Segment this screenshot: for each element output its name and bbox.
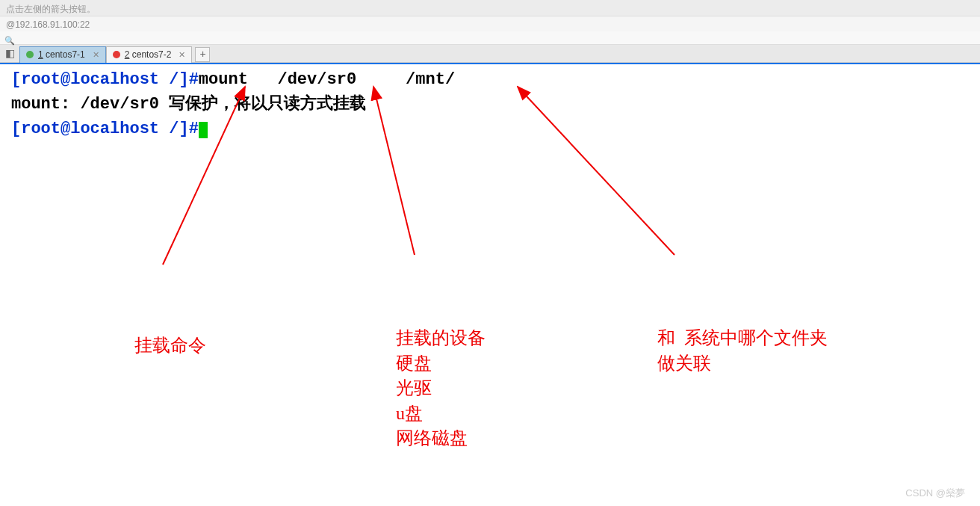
shell-prompt: [root@localhost /]# <box>11 70 199 89</box>
shell-command: mount /dev/sr0 /mnt/ <box>199 70 455 89</box>
search-icon: 🔍 <box>4 36 15 45</box>
tab-centos7-1[interactable]: 1 centos7-1 ✕ <box>19 46 106 63</box>
tab-label: 2 centos7-2 <box>125 49 172 60</box>
search-bar[interactable]: 🔍 <box>0 31 980 45</box>
tab-centos7-2[interactable]: 2 centos7-2 ✕ <box>106 46 193 63</box>
address-bar: @192.168.91.100:22 <box>0 16 980 31</box>
tab-label: 1 centos7-1 <box>38 49 85 60</box>
annotation-device: 挂载的设备 硬盘 光驱 u盘 网络磁盘 <box>396 326 486 451</box>
close-icon[interactable]: ✕ <box>93 50 99 60</box>
hint-text: 点击左侧的箭头按钮。 <box>6 4 96 14</box>
new-tab-button[interactable]: + <box>195 47 210 62</box>
status-indicator-icon <box>26 51 34 58</box>
terminal-line-2: mount: /dev/sr0 写保护，将以只读方式挂载 <box>0 92 980 117</box>
terminal-area[interactable]: [root@localhost /]#mount /dev/sr0 /mnt/ … <box>0 63 980 506</box>
cursor-icon <box>199 122 208 138</box>
watermark: CSDN @燊夢 <box>905 487 965 500</box>
annotation-folder: 和 系统中哪个文件夹 做关联 <box>657 326 828 376</box>
top-hint-bar: 点击左侧的箭头按钮。 <box>0 0 980 16</box>
tab-bar: ◧ 1 centos7-1 ✕ 2 centos7-2 ✕ + <box>0 45 980 63</box>
address-text: @192.168.91.100:22 <box>6 19 90 30</box>
close-icon[interactable]: ✕ <box>179 50 185 60</box>
terminal-line-1: [root@localhost /]#mount /dev/sr0 /mnt/ <box>0 67 980 92</box>
annotation-mount-command: 挂载命令 <box>134 333 206 359</box>
terminal-line-3: [root@localhost /]# <box>0 117 980 141</box>
shell-prompt: [root@localhost /]# <box>11 120 199 138</box>
status-indicator-icon <box>113 51 120 58</box>
menu-toggle-icon[interactable]: ◧ <box>3 47 16 61</box>
